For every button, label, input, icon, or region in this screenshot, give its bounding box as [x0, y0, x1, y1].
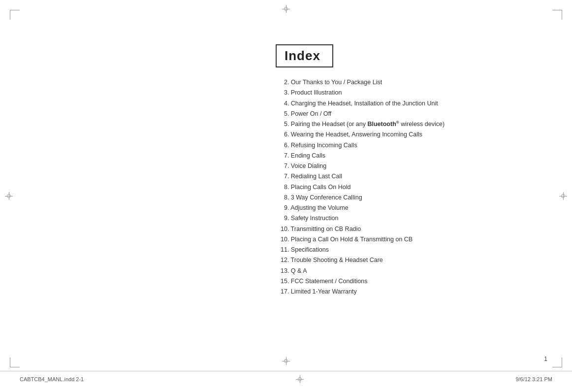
footer-left-text: CABTCB4_MANL.indd 2-1: [20, 376, 84, 382]
item-number: 2. Our Thanks to You / Package List: [281, 79, 382, 86]
item-text: 9. Adjusting the Volume: [281, 204, 349, 211]
item-text: 10. Placing a Call On Hold & Transmittin…: [281, 236, 413, 243]
corner-mark-tr: [552, 10, 562, 20]
list-item: 12. Trouble Shooting & Headset Care: [276, 255, 541, 265]
list-item: 3. Product Illustration: [276, 88, 541, 98]
list-item: 10. Transmitting on CB Radio: [276, 224, 541, 234]
list-item: 7. Redialing Last Call: [276, 171, 541, 182]
corner-mark-tl: [10, 10, 20, 20]
index-title: Index: [285, 48, 320, 63]
item-text: 5. Pairing the Headset (or any Bluetooth…: [281, 121, 445, 128]
item-text: 7. Ending Calls: [281, 152, 325, 159]
list-item: 9. Adjusting the Volume: [276, 203, 541, 213]
item-text: 15. FCC Statement / Conditions: [281, 278, 367, 285]
list-item: 13. Q & A: [276, 266, 541, 276]
item-text: 12. Trouble Shooting & Headset Care: [281, 257, 383, 263]
page-number: 1: [544, 356, 547, 362]
item-text: 6. Wearing the Headset, Answering Incomi…: [281, 131, 422, 138]
index-list: 2. Our Thanks to You / Package List 3. P…: [276, 77, 541, 297]
item-text: 11. Specifications: [281, 246, 329, 253]
footer-crosshair: [296, 375, 304, 383]
crosshair-right: [559, 192, 567, 200]
list-item: 8. Placing Calls On Hold: [276, 182, 541, 193]
crosshair-top: [282, 5, 290, 13]
main-content: Index 2. Our Thanks to You / Package Lis…: [276, 44, 541, 297]
list-item: 9. Safety Instruction: [276, 213, 541, 224]
crosshair-bottom: [282, 357, 290, 365]
item-number: 3. Product Illustration: [281, 89, 342, 96]
item-text: 7. Voice Dialing: [281, 163, 326, 169]
item-text: 9. Safety Instruction: [281, 215, 338, 222]
list-item: 6. Refusing Incoming Calls: [276, 140, 541, 151]
crosshair-left: [5, 192, 13, 200]
item-text: 8. Placing Calls On Hold: [281, 184, 350, 191]
list-item: 7. Voice Dialing: [276, 161, 541, 171]
list-item: 8. 3 Way Conference Calling: [276, 193, 541, 203]
list-item: 5. Power On / Off: [276, 109, 541, 119]
list-item: 15. FCC Statement / Conditions: [276, 276, 541, 287]
item-text: 6. Refusing Incoming Calls: [281, 142, 357, 149]
list-item: 7. Ending Calls: [276, 151, 541, 161]
item-text: 17. Limited 1-Year Warranty: [281, 288, 357, 295]
item-number: 4. Charging the Headset, Installation of…: [281, 100, 438, 107]
list-item: 10. Placing a Call On Hold & Transmittin…: [276, 234, 541, 245]
corner-mark-br: [552, 358, 562, 367]
item-text: 13. Q & A: [281, 267, 307, 274]
footer: CABTCB4_MANL.indd 2-1 9/6/12 3:21 PM: [0, 371, 572, 383]
item-number: 5. Power On / Off: [281, 110, 331, 117]
bluetooth-brand: Bluetooth®: [367, 121, 399, 128]
list-item: 2. Our Thanks to You / Package List: [276, 77, 541, 88]
list-item: 6. Wearing the Headset, Answering Incomi…: [276, 130, 541, 140]
index-title-box: Index: [276, 44, 333, 67]
item-text: 8. 3 Way Conference Calling: [281, 194, 362, 201]
list-item: 17. Limited 1-Year Warranty: [276, 287, 541, 297]
item-text: 7. Redialing Last Call: [281, 173, 342, 180]
footer-right-text: 9/6/12 3:21 PM: [515, 376, 552, 382]
list-item: 4. Charging the Headset, Installation of…: [276, 98, 541, 109]
list-item: 11. Specifications: [276, 245, 541, 255]
corner-mark-bl: [10, 358, 20, 367]
item-text: 10. Transmitting on CB Radio: [281, 226, 361, 232]
list-item: 5. Pairing the Headset (or any Bluetooth…: [276, 119, 541, 130]
